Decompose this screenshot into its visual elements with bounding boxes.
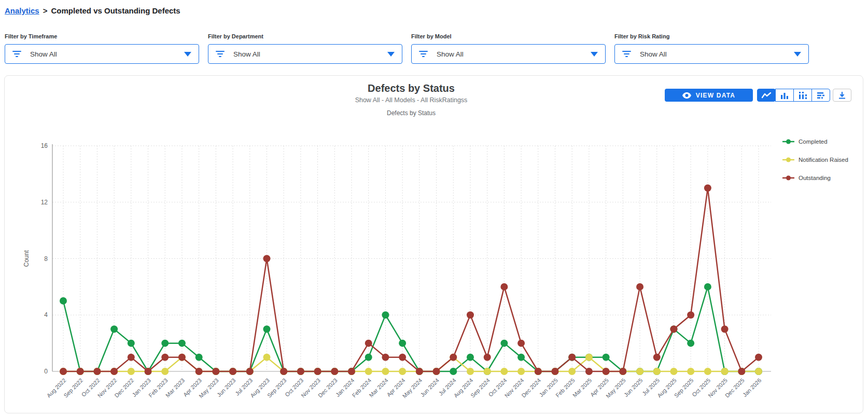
data-point[interactable] <box>535 368 542 375</box>
data-point[interactable] <box>687 340 694 347</box>
data-point[interactable] <box>500 340 508 347</box>
data-point[interactable] <box>280 368 287 375</box>
data-point[interactable] <box>603 354 610 361</box>
legend-label[interactable]: Outstanding <box>799 175 831 181</box>
data-point[interactable] <box>517 340 525 347</box>
bar-chart-toggle[interactable] <box>775 89 794 102</box>
line-chart-toggle[interactable] <box>757 89 776 102</box>
legend-label[interactable]: Completed <box>799 138 828 145</box>
data-point[interactable] <box>365 340 372 347</box>
data-point[interactable] <box>704 368 711 375</box>
data-point[interactable] <box>450 368 457 375</box>
data-point[interactable] <box>161 368 169 375</box>
data-point[interactable] <box>60 297 67 304</box>
download-button[interactable] <box>833 89 851 102</box>
data-point[interactable] <box>382 311 389 318</box>
data-point[interactable] <box>128 368 135 375</box>
data-point[interactable] <box>297 368 304 375</box>
data-point[interactable] <box>128 340 135 347</box>
filter-timeframe-select[interactable]: Show All <box>5 44 199 64</box>
data-point[interactable] <box>246 368 254 375</box>
data-point[interactable] <box>603 368 610 375</box>
data-point[interactable] <box>467 311 474 318</box>
data-point[interactable] <box>670 325 677 332</box>
breadcrumb-analytics-link[interactable]: Analytics <box>5 6 39 15</box>
legend-swatch-dot <box>786 176 791 181</box>
data-point[interactable] <box>687 311 694 318</box>
data-point[interactable] <box>755 368 762 375</box>
data-point[interactable] <box>110 325 118 332</box>
data-point[interactable] <box>128 354 135 361</box>
data-point[interactable] <box>433 368 440 375</box>
data-point[interactable] <box>704 185 711 192</box>
filter-model-value: Show All <box>437 50 591 58</box>
data-point[interactable] <box>568 354 576 361</box>
data-point[interactable] <box>263 255 270 262</box>
data-point[interactable] <box>704 283 711 290</box>
data-point[interactable] <box>195 368 203 375</box>
chevron-down-icon <box>387 52 395 57</box>
data-point[interactable] <box>517 354 525 361</box>
data-point[interactable] <box>212 368 219 375</box>
data-point[interactable] <box>331 368 338 375</box>
data-point[interactable] <box>653 368 661 375</box>
data-point[interactable] <box>93 368 101 375</box>
download-icon <box>838 92 846 99</box>
data-point[interactable] <box>585 368 593 375</box>
data-point[interactable] <box>77 368 84 375</box>
data-point[interactable] <box>568 368 576 375</box>
data-point[interactable] <box>636 368 643 375</box>
filter-model-select[interactable]: Show All <box>411 44 606 64</box>
data-point[interactable] <box>552 368 559 375</box>
data-point[interactable] <box>263 354 270 361</box>
filter-risk-rating-select[interactable]: Show All <box>614 44 809 64</box>
data-point[interactable] <box>348 368 355 375</box>
data-point[interactable] <box>399 368 406 375</box>
data-point[interactable] <box>467 354 474 361</box>
data-point[interactable] <box>365 368 372 375</box>
data-point[interactable] <box>229 368 236 375</box>
data-point[interactable] <box>721 325 729 332</box>
data-point[interactable] <box>382 354 389 361</box>
data-point[interactable] <box>450 354 457 361</box>
data-point[interactable] <box>484 354 491 361</box>
data-point[interactable] <box>500 283 508 290</box>
data-point[interactable] <box>721 368 729 375</box>
data-point[interactable] <box>517 368 525 375</box>
data-point[interactable] <box>314 368 321 375</box>
data-point[interactable] <box>585 354 593 361</box>
data-point[interactable] <box>755 354 762 361</box>
data-point[interactable] <box>382 368 389 375</box>
data-point[interactable] <box>467 368 474 375</box>
data-point[interactable] <box>619 368 626 375</box>
data-point[interactable] <box>195 354 203 361</box>
data-point[interactable] <box>416 368 423 375</box>
data-point[interactable] <box>161 354 169 361</box>
filter-timeframe: Filter by Timeframe Show All <box>5 33 199 64</box>
data-point[interactable] <box>365 354 372 361</box>
stacked-bar-chart-toggle[interactable] <box>811 89 830 102</box>
data-point[interactable] <box>484 368 491 375</box>
breadcrumb: Analytics>Completed vs Outstanding Defec… <box>5 6 180 15</box>
y-axis-tick: 8 <box>44 255 48 262</box>
data-point[interactable] <box>263 325 270 332</box>
data-point[interactable] <box>60 368 67 375</box>
view-data-button[interactable]: VIEW DATA <box>665 89 753 102</box>
data-point[interactable] <box>399 340 406 347</box>
data-point[interactable] <box>738 368 745 375</box>
data-point[interactable] <box>178 354 186 361</box>
data-point[interactable] <box>399 354 406 361</box>
data-point[interactable] <box>653 354 661 361</box>
grouped-bar-chart-toggle[interactable] <box>793 89 812 102</box>
filter-timeframe-value: Show All <box>30 50 184 58</box>
data-point[interactable] <box>178 340 186 347</box>
data-point[interactable] <box>687 368 694 375</box>
data-point[interactable] <box>161 340 169 347</box>
data-point[interactable] <box>145 368 152 375</box>
data-point[interactable] <box>110 368 118 375</box>
filter-department-select[interactable]: Show All <box>208 44 402 64</box>
legend-label[interactable]: Notification Raised <box>799 157 848 163</box>
data-point[interactable] <box>500 368 508 375</box>
data-point[interactable] <box>670 368 677 375</box>
data-point[interactable] <box>636 283 643 290</box>
